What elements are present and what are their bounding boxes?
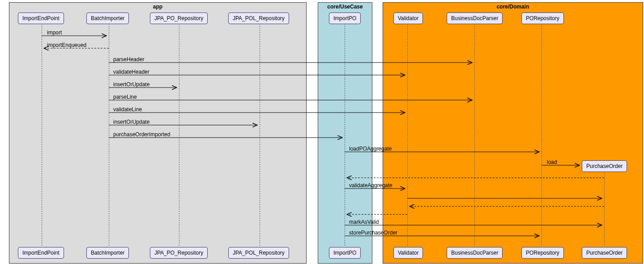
msg-import: import [47,29,62,36]
msg-validateaggregate: validateAggregate [349,182,392,189]
sequence-diagram: app core/UseCase core/Domain ImportEndPo… [0,0,644,264]
msg-markasvalid: markAsValid [349,219,379,225]
msg-load: load [547,159,557,165]
msg-validateheader: validateHeader [113,69,149,75]
msg-loadpoaggregate: loadPOAggregate [349,146,392,152]
msg-parseline: parseLine [113,94,137,100]
msg-validateline: validateLine [113,106,142,113]
msg-purchaseorderimported: purchaseOrderImported [113,131,170,138]
arrows-layer [0,0,644,264]
msg-insertorupdate-pol: insertOrUpdate [113,119,149,125]
msg-storepurchaseorder: storePurchaseOrder [349,230,397,236]
msg-insertorupdate-po: insertOrUpdate [113,81,149,88]
msg-importenqueued: importEnqueued [47,42,86,48]
msg-parseheader: parseHeader [113,56,144,63]
